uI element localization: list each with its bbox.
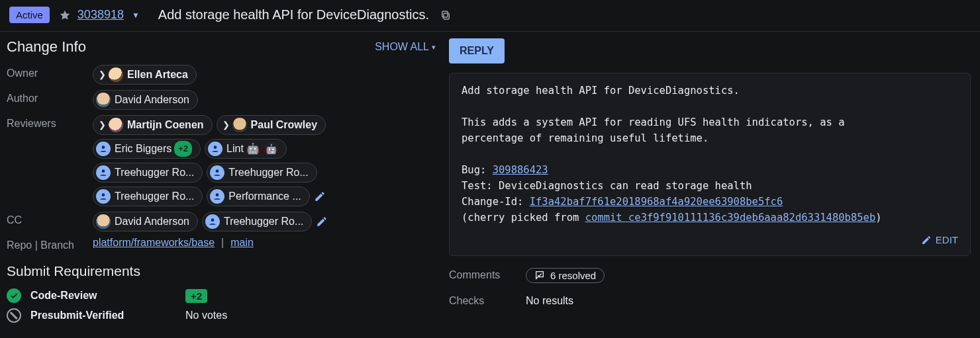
avatar-placeholder-icon	[208, 142, 222, 156]
svg-rect-1	[442, 11, 448, 17]
bug-link[interactable]: 309886423	[493, 164, 548, 176]
svg-point-2	[102, 146, 105, 149]
avatar-placeholder-icon	[205, 214, 220, 229]
commit-body-line: This adds a system API for reading UFS h…	[462, 116, 845, 128]
svg-point-8	[211, 218, 215, 222]
commit-message-panel: REPLY Add storage health API for DeviceD…	[449, 38, 971, 325]
attention-arrow-icon: ❯	[222, 117, 230, 133]
change-title: Add storage health API for DeviceDiagnos…	[158, 7, 429, 22]
reviewer-chip[interactable]: Lint 🤖 🤖	[205, 139, 287, 159]
owner-label: Owner	[7, 65, 93, 79]
edit-cc-button[interactable]	[316, 216, 328, 228]
requirement-row: Presubmit-Verified No votes	[7, 306, 436, 325]
vote-badge: +2	[174, 141, 192, 157]
cc-chip[interactable]: David Anderson	[93, 212, 198, 232]
chevron-down-icon: ▾	[432, 43, 436, 52]
cherry-pick-suffix: )	[875, 212, 881, 224]
requirement-row: Code-Review +2	[7, 286, 436, 306]
avatar-placeholder-icon	[96, 165, 111, 180]
avatar-placeholder-icon	[96, 189, 111, 204]
owner-chip[interactable]: ❯ Ellen Arteca	[93, 65, 197, 85]
show-all-button[interactable]: SHOW ALL ▾	[375, 41, 436, 53]
edit-reviewers-button[interactable]	[314, 190, 326, 202]
cc-chip[interactable]: Treehugger Ro...	[202, 212, 312, 232]
comments-resolved-pill[interactable]: 6 resolved	[526, 268, 605, 283]
edit-commit-message-button[interactable]: EDIT	[921, 232, 958, 247]
star-icon[interactable]	[59, 9, 71, 21]
commit-body-line: percentage of remaining useful lifetime.	[462, 132, 709, 144]
attention-arrow-icon: ❯	[99, 117, 106, 133]
branch-link[interactable]: main	[230, 237, 254, 249]
avatar	[109, 67, 123, 82]
avatar-placeholder-icon	[210, 189, 224, 204]
change-number-link[interactable]: 3038918	[77, 8, 124, 22]
change-info-panel: Change Info SHOW ALL ▾ Owner ❯ Ellen Art…	[7, 38, 436, 325]
avatar	[109, 118, 123, 132]
attention-arrow-icon: ❯	[99, 67, 106, 83]
reviewers-label: Reviewers	[7, 115, 93, 130]
status-badge: Active	[9, 7, 50, 23]
reviewer-chip[interactable]: Performance ...	[207, 187, 309, 206]
change-info-heading: Change Info	[7, 38, 86, 56]
avatar-placeholder-icon	[96, 142, 111, 156]
reviewer-chip[interactable]: ❯ Martijn Coenen	[93, 115, 213, 135]
changeid-label: Change-Id:	[462, 196, 530, 208]
avatar	[96, 93, 111, 107]
no-votes-text: No votes	[185, 310, 227, 321]
test-line: Test: DeviceDiagnostics can read storage…	[462, 180, 752, 192]
submit-requirements-heading: Submit Requirements	[7, 263, 436, 279]
commit-message-box: Add storage health API for DeviceDiagnos…	[449, 73, 971, 256]
avatar	[232, 118, 247, 132]
check-circle-icon	[7, 288, 21, 303]
reply-button[interactable]: REPLY	[449, 38, 505, 63]
robot-icon: 🤖	[264, 142, 278, 156]
reviewer-chip[interactable]: Treehugger Ro...	[207, 163, 317, 183]
reviewer-chip[interactable]: ❯ Paul Crowley	[217, 115, 326, 135]
reviewer-chip[interactable]: Treehugger Ro...	[93, 163, 203, 183]
repo-link[interactable]: platform/frameworks/base	[93, 237, 215, 249]
separator: |	[219, 237, 226, 249]
comment-icon	[534, 270, 545, 280]
author-label: Author	[7, 90, 93, 105]
svg-point-7	[216, 193, 219, 196]
chevron-down-icon[interactable]: ▼	[132, 11, 140, 20]
author-chip[interactable]: David Anderson	[93, 90, 198, 110]
avatar-placeholder-icon	[210, 165, 224, 180]
repo-branch-label: Repo | Branch	[7, 237, 93, 251]
cc-label: CC	[7, 212, 93, 226]
cherry-pick-commit-link[interactable]: commit ce3f9f910111136c39deb6aaa82d63314…	[585, 212, 876, 224]
copy-icon[interactable]	[440, 9, 452, 21]
reviewer-chip[interactable]: Treehugger Ro...	[93, 187, 203, 206]
checks-value: No results	[526, 295, 573, 307]
bug-label: Bug:	[462, 164, 493, 176]
checks-label: Checks	[449, 295, 513, 307]
comments-label: Comments	[449, 269, 513, 281]
svg-point-6	[102, 193, 105, 196]
svg-point-5	[216, 169, 219, 173]
reviewer-chip[interactable]: Eric Biggers +2	[93, 139, 201, 159]
changeid-link[interactable]: If3a42baf7f61e2018968af4a920ee63908be5fc…	[530, 196, 783, 208]
svg-point-3	[214, 146, 217, 149]
block-circle-icon	[7, 308, 21, 323]
svg-point-4	[102, 169, 105, 173]
vote-pill[interactable]: +2	[185, 289, 207, 303]
avatar	[96, 214, 111, 229]
cherry-pick-prefix: (cherry picked from	[462, 212, 585, 224]
commit-subject: Add storage health API for DeviceDiagnos…	[462, 85, 740, 97]
change-header: Active 3038918 ▼ Add storage health API …	[0, 0, 980, 32]
svg-rect-0	[444, 13, 449, 19]
